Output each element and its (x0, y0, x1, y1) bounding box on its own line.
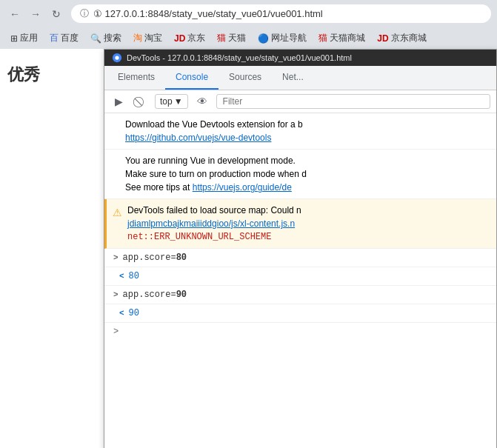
dropdown-icon: ▼ (174, 96, 183, 107)
baidu-icon: 百 (50, 32, 59, 44)
log-entry-score90-output: < 90 (104, 304, 496, 323)
error-scheme-text: net::ERR_UNKNOWN_URL_SCHEME (127, 230, 487, 244)
bold-80: 80 (176, 253, 187, 263)
tianmao-mall-icon: 猫 (318, 32, 327, 44)
devtools-toolbar: ▶ ⃠ top ▼ 👁 (104, 90, 496, 113)
log-text-score90: app.score=90 (123, 290, 187, 300)
console-message-download: Download the Vue Devtools extension for … (104, 113, 496, 150)
console-content: Download the Vue Devtools extension for … (104, 113, 496, 448)
bookmark-nav[interactable]: 🔵 网址导航 (253, 30, 311, 46)
refresh-button[interactable]: ↻ (47, 5, 65, 23)
devtools-tabs: Elements Console Sources Net... (104, 66, 496, 90)
warning-line1: DevTools failed to load source map: Coul… (127, 204, 487, 217)
main-layout: 优秀 DevTools - 127.0.0.1:8848/staty_vue/s… (0, 49, 497, 448)
address-bar[interactable]: ⓘ ① 127.0.0.1:8848/staty_vue/staty_vue01… (71, 4, 491, 23)
eye-button[interactable]: 👁 (194, 93, 210, 110)
download-text-line1: Download the Vue Devtools extension for … (125, 118, 487, 131)
input-arrow-2: > (113, 290, 119, 299)
tab-network[interactable]: Net... (272, 66, 314, 90)
devtools-title: DevTools - 127.0.0.1:8848/staty_vue/stat… (127, 53, 352, 62)
browser-chrome: ← → ↻ ⓘ ① 127.0.0.1:8848/staty_vue/staty… (0, 0, 497, 49)
context-label: top (160, 96, 173, 107)
input-arrow-1: > (113, 253, 119, 262)
console-message-warning: ⚠ DevTools failed to load source map: Co… (104, 199, 496, 249)
nav-icon: 🔵 (258, 33, 269, 44)
prompt-arrow: > (113, 327, 119, 337)
forward-button[interactable]: → (27, 5, 44, 23)
bookmark-tianmao[interactable]: 猫 天猫 (213, 30, 250, 46)
running-line3: See more tips at https://vuejs.org/guide… (125, 181, 487, 194)
run-button[interactable]: ▶ (110, 93, 127, 110)
back-button[interactable]: ← (6, 5, 24, 23)
warning-line2: jdiamlpmcbajkmaiiiddgioo/js/xl-content.j… (127, 217, 487, 230)
bookmark-jd[interactable]: JD 京东 (170, 30, 210, 46)
bold-90: 90 (176, 290, 187, 300)
log-output-90: 90 (129, 308, 139, 318)
search-icon: 🔍 (90, 33, 101, 44)
running-line1: You are running Vue in development mode. (125, 154, 487, 167)
filter-input[interactable] (216, 94, 490, 109)
tab-sources[interactable]: Sources (219, 66, 272, 90)
jd-mall-icon: JD (377, 33, 388, 44)
jd-icon: JD (174, 33, 185, 44)
source-map-link[interactable]: jdiamlpmcbajkmaiiiddgioo/js/xl-content.j… (127, 218, 295, 229)
console-message-running: You are running Vue in development mode.… (104, 150, 496, 199)
nav-buttons: ← → ↻ (6, 5, 65, 23)
download-link[interactable]: https://github.com/vuejs/vue-devtools (125, 131, 487, 144)
console-prompt[interactable]: > (104, 323, 496, 341)
log-entry-score90-input: > app.score=90 (104, 286, 496, 304)
output-arrow-2: < (119, 309, 124, 318)
log-entry-score80-input: > app.score=80 (104, 249, 496, 267)
vuejs-guide-link[interactable]: https://vuejs.org/guide/de (193, 182, 292, 193)
bookmarks-bar: ⊞ 应用 百 百度 🔍 搜索 淘 淘宝 JD 京东 猫 天猫 🔵 网址导航 猫 (0, 27, 497, 49)
context-selector[interactable]: top ▼ (155, 94, 188, 109)
devtools-title-bar: DevTools - 127.0.0.1:8848/staty_vue/stat… (104, 50, 496, 66)
bookmark-apps[interactable]: ⊞ 应用 (6, 30, 42, 46)
secure-icon: ⓘ (80, 7, 89, 20)
bookmark-tianmao-mall[interactable]: 猫 天猫商城 (314, 30, 370, 46)
left-sidebar: 优秀 (0, 49, 104, 448)
taobao-icon: 淘 (133, 32, 142, 44)
log-text-score80: app.score=80 (123, 253, 187, 263)
svg-point-1 (115, 56, 119, 59)
tab-elements[interactable]: Elements (107, 66, 165, 90)
devtools-favicon-icon (112, 53, 122, 63)
output-arrow-1: < (119, 272, 124, 281)
vuejs-devtools-link[interactable]: https://github.com/vuejs/vue-devtools (125, 133, 271, 143)
bookmark-baidu[interactable]: 百 百度 (45, 30, 83, 46)
bookmark-taobao[interactable]: 淘 淘宝 (129, 30, 167, 46)
running-line2: Make sure to turn on production mode whe… (125, 167, 487, 181)
bookmark-jd-mall[interactable]: JD 京东商城 (373, 30, 430, 46)
warning-icon: ⚠ (113, 205, 122, 221)
bookmark-search[interactable]: 🔍 搜索 (86, 30, 126, 46)
apps-icon: ⊞ (10, 33, 18, 44)
tianmao-icon: 猫 (217, 32, 226, 44)
devtools-panel: DevTools - 127.0.0.1:8848/staty_vue/stat… (104, 49, 497, 448)
tab-console[interactable]: Console (165, 66, 219, 90)
sidebar-title: 优秀 (7, 65, 40, 84)
clear-button[interactable]: ⃠ (133, 93, 149, 110)
browser-toolbar: ← → ↻ ⓘ ① 127.0.0.1:8848/staty_vue/staty… (0, 0, 497, 27)
url-text: ① 127.0.0.1:8848/staty_vue/staty_vue01/v… (93, 8, 323, 19)
log-output-80: 80 (129, 271, 139, 281)
log-entry-score80-output: < 80 (104, 267, 496, 286)
